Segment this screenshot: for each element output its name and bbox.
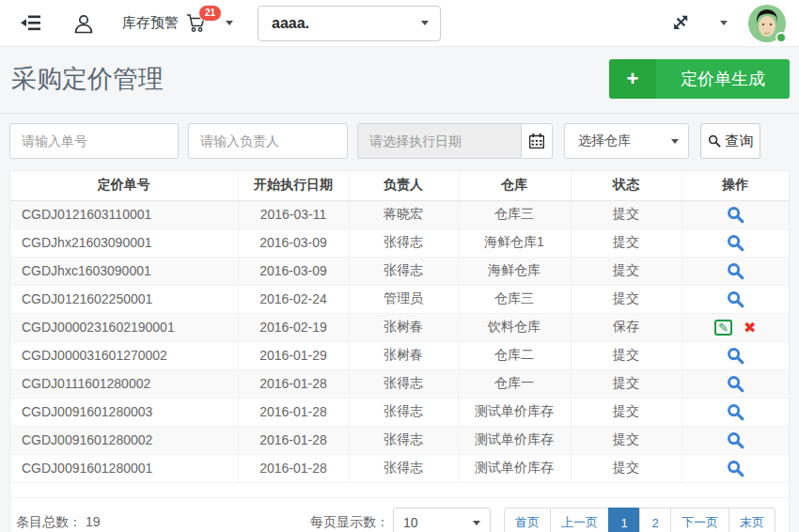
cell-warehouse: 仓库三 <box>458 285 571 313</box>
total-count: 条目总数： 19 <box>16 514 100 531</box>
cell-owner: 蒋晓宏 <box>349 200 458 228</box>
view-magnifier-icon[interactable] <box>727 234 744 252</box>
calendar-icon <box>529 133 544 149</box>
view-magnifier-icon[interactable] <box>727 460 744 477</box>
cell-actions <box>682 398 789 426</box>
owner-input[interactable] <box>188 123 348 159</box>
cell-date: 2016-03-09 <box>238 228 349 257</box>
cell-date: 2016-01-28 <box>238 398 349 426</box>
total-count-value: 19 <box>86 514 101 529</box>
delete-icon[interactable]: ✖ <box>744 320 756 336</box>
cell-warehouse: 海鲜仓库 <box>458 257 571 285</box>
page-size-value: 10 <box>403 515 418 530</box>
cell-actions <box>682 228 789 257</box>
pagination-button-2[interactable]: 2 <box>639 508 671 532</box>
user-icon[interactable] <box>73 13 94 34</box>
total-count-label: 条目总数： <box>16 514 82 529</box>
order-number-input[interactable] <box>9 123 179 159</box>
view-magnifier-icon[interactable] <box>727 206 744 224</box>
stock-warning-label: 库存预警 <box>122 14 179 32</box>
table-row: CGDJ01216031100012016-03-11蒋晓宏仓库三提交 <box>10 200 789 228</box>
org-select[interactable]: aaaa. <box>258 6 441 41</box>
column-header: 仓库 <box>458 171 571 200</box>
online-status-dot <box>776 32 787 43</box>
warning-count-badge: 21 <box>198 5 222 22</box>
cell-no: CGDJ0121603110001 <box>10 200 238 228</box>
pagination-button-1[interactable]: 1 <box>608 508 640 532</box>
table-row: CGDJ00916012800032016-01-28张得志测试单价库存提交 <box>10 398 789 426</box>
cell-actions: ✎✖ <box>682 313 789 341</box>
cell-date: 2016-03-09 <box>238 257 349 285</box>
view-magnifier-icon[interactable] <box>727 262 744 280</box>
cell-warehouse: 测试单价库存 <box>458 398 571 426</box>
cell-owner: 张得志 <box>349 228 458 257</box>
cell-warehouse: 仓库三 <box>458 200 571 228</box>
warehouse-select[interactable]: 选择仓库 <box>564 123 689 159</box>
view-magnifier-icon[interactable] <box>727 375 744 393</box>
create-pricing-order-button[interactable]: + 定价单生成 <box>609 59 790 99</box>
calendar-button[interactable] <box>521 123 553 159</box>
pagination-button-末页[interactable]: 末页 <box>728 508 776 532</box>
create-button-label: 定价单生成 <box>656 59 790 99</box>
filter-bar: 选择仓库 查询 <box>9 123 799 159</box>
view-magnifier-icon[interactable] <box>727 403 744 421</box>
plus-icon: + <box>609 59 656 99</box>
table-row: CGDJ0000316012700022016-01-29张树春仓库二提交 <box>10 341 789 369</box>
stock-warning-menu[interactable]: 库存预警 21 <box>122 13 233 33</box>
view-magnifier-icon[interactable] <box>727 290 744 308</box>
page-size-select[interactable]: 10 <box>393 508 491 532</box>
fullscreen-icon[interactable] <box>672 15 688 31</box>
search-button[interactable]: 查询 <box>700 123 760 159</box>
cell-status: 提交 <box>571 369 682 398</box>
cell-no: CGDJ0091601280002 <box>10 426 238 454</box>
cell-date: 2016-01-28 <box>238 369 349 398</box>
view-magnifier-icon[interactable] <box>727 347 744 365</box>
edit-icon[interactable]: ✎ <box>714 320 732 336</box>
cell-owner: 张树春 <box>349 341 458 369</box>
cell-date: 2016-01-29 <box>238 341 349 369</box>
cell-actions <box>682 369 789 398</box>
table-row: CGDJ00916012800022016-01-28张得志测试单价库存提交 <box>10 426 789 454</box>
cell-warehouse: 海鲜仓库1 <box>458 228 571 257</box>
cell-status: 提交 <box>571 398 682 426</box>
table-row: CGDJhx216030900012016-03-09张得志海鲜仓库1提交 <box>10 228 789 257</box>
cell-no: CGDJ000031601270002 <box>10 341 238 369</box>
cell-date: 2016-01-28 <box>238 426 349 454</box>
chevron-down-icon <box>473 521 480 525</box>
cell-no: CGDJ0121602250001 <box>10 285 238 313</box>
cell-status: 提交 <box>571 426 682 454</box>
cell-status: 提交 <box>571 341 682 369</box>
warehouse-select-value: 选择仓库 <box>578 133 631 149</box>
cell-status: 保存 <box>571 313 682 341</box>
execute-date-input[interactable] <box>357 123 521 159</box>
cell-warehouse: 饮料仓库 <box>458 313 571 341</box>
cell-owner: 张得志 <box>349 257 458 285</box>
cell-status: 提交 <box>571 228 682 257</box>
cell-actions <box>682 285 789 313</box>
cell-date: 2016-02-19 <box>238 313 349 341</box>
cell-status: 提交 <box>571 285 682 313</box>
top-navbar: 库存预警 21 aaaa. <box>0 0 799 47</box>
page-title: 采购定价管理 <box>11 62 164 96</box>
pagination-button-首页[interactable]: 首页 <box>504 508 551 532</box>
sidebar-toggle-icon[interactable] <box>21 15 41 31</box>
pagination: 首页上一页12下一页末页 <box>504 508 776 532</box>
table-row: CGDJ01216022500012016-02-24管理员仓库三提交 <box>10 285 789 313</box>
chevron-down-icon[interactable] <box>720 21 728 25</box>
view-magnifier-icon[interactable] <box>727 431 744 449</box>
cell-owner: 张得志 <box>349 426 458 454</box>
pagination-button-上一页[interactable]: 上一页 <box>550 508 609 532</box>
column-header: 操作 <box>682 171 789 200</box>
cell-no: CGDJhx21603090001 <box>10 228 238 257</box>
cell-owner: 张得志 <box>349 369 458 398</box>
pricing-table-panel: 定价单号开始执行日期负责人仓库状态操作 CGDJ0121603110001201… <box>9 170 790 532</box>
pagination-button-下一页[interactable]: 下一页 <box>670 508 729 532</box>
column-header: 状态 <box>571 171 682 200</box>
cell-no: CGDJhxc1603090001 <box>10 257 238 285</box>
cell-status: 提交 <box>571 257 682 285</box>
cell-no: CGDJ0000231602190001 <box>10 313 238 341</box>
page-size-label: 每页显示数： <box>310 514 389 531</box>
table-footer: 条目总数： 19 每页显示数： 10 首页上一页12下一页末页 <box>10 497 789 532</box>
cell-owner: 张得志 <box>349 398 458 426</box>
cell-warehouse: 仓库二 <box>458 341 571 369</box>
